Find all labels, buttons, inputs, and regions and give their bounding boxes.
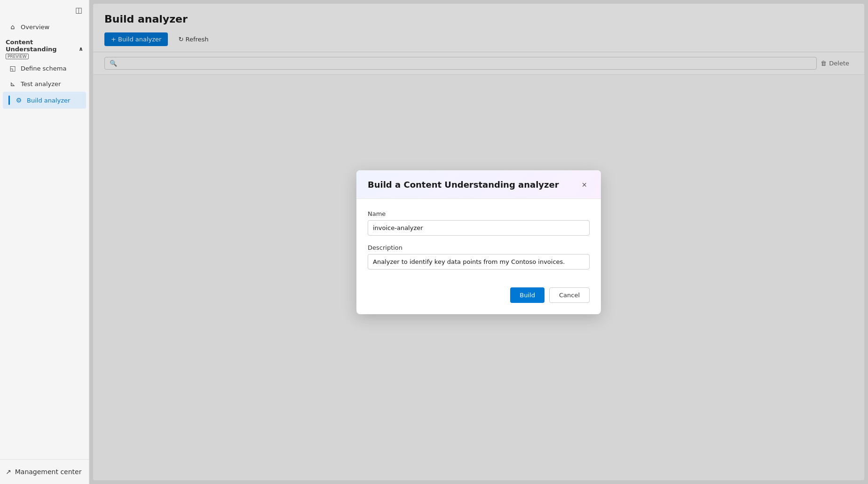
management-center-item[interactable]: ↗ Management center — [6, 465, 83, 478]
modal-header: Build a Content Understanding analyzer × — [356, 170, 601, 199]
name-form-group: Name — [368, 210, 590, 236]
sidebar-item-overview[interactable]: ⌂ Overview — [3, 19, 86, 34]
modal-title: Build a Content Understanding analyzer — [368, 180, 559, 190]
build-icon: ⚙ — [15, 96, 23, 104]
sidebar-item-define-schema[interactable]: ◱ Define schema — [3, 61, 86, 76]
modal-close-button[interactable]: × — [579, 180, 590, 190]
sidebar-section-content-understanding: Content Understanding PREVIEW ∧ — [0, 35, 89, 60]
main-content: Build analyzer + Build analyzer ↻ Refres… — [89, 0, 868, 484]
modal-build-button[interactable]: Build — [510, 287, 544, 303]
description-input[interactable] — [368, 254, 590, 270]
modal-cancel-button[interactable]: Cancel — [549, 287, 590, 303]
management-center-label: Management center — [15, 468, 82, 476]
modal-overlay: Build a Content Understanding analyzer ×… — [89, 0, 868, 484]
preview-badge: PREVIEW — [6, 54, 29, 59]
modal-footer: Build Cancel — [356, 287, 601, 314]
sidebar-item-label-overview: Overview — [21, 24, 49, 31]
name-input[interactable] — [368, 220, 590, 236]
test-icon: ⊾ — [8, 80, 17, 87]
sidebar: ◫ ⌂ Overview Content Understanding PREVI… — [0, 0, 89, 484]
sidebar-item-label-test-analyzer: Test analyzer — [21, 80, 61, 87]
active-indicator — [8, 95, 10, 105]
sidebar-collapse-button[interactable]: ◫ — [73, 5, 84, 16]
name-label: Name — [368, 210, 590, 217]
sidebar-nav: ⌂ Overview Content Understanding PREVIEW… — [0, 0, 89, 459]
chevron-icon: ∧ — [79, 46, 83, 52]
sidebar-bottom: ↗ Management center — [0, 459, 89, 484]
sidebar-item-build-analyzer[interactable]: ⚙ Build analyzer — [3, 92, 86, 109]
sidebar-section-label: Content Understanding PREVIEW — [6, 39, 79, 59]
build-analyzer-modal: Build a Content Understanding analyzer ×… — [356, 170, 601, 314]
description-label: Description — [368, 244, 590, 251]
management-icon: ↗ — [6, 468, 11, 476]
section-title: Content Understanding — [6, 39, 79, 53]
sidebar-item-test-analyzer[interactable]: ⊾ Test analyzer — [3, 76, 86, 91]
home-icon: ⌂ — [8, 23, 17, 31]
modal-body: Name Description — [356, 199, 601, 287]
description-form-group: Description — [368, 244, 590, 270]
schema-icon: ◱ — [8, 64, 17, 72]
sidebar-item-label-build-analyzer: Build analyzer — [27, 97, 70, 104]
sidebar-item-label-define-schema: Define schema — [21, 65, 66, 72]
